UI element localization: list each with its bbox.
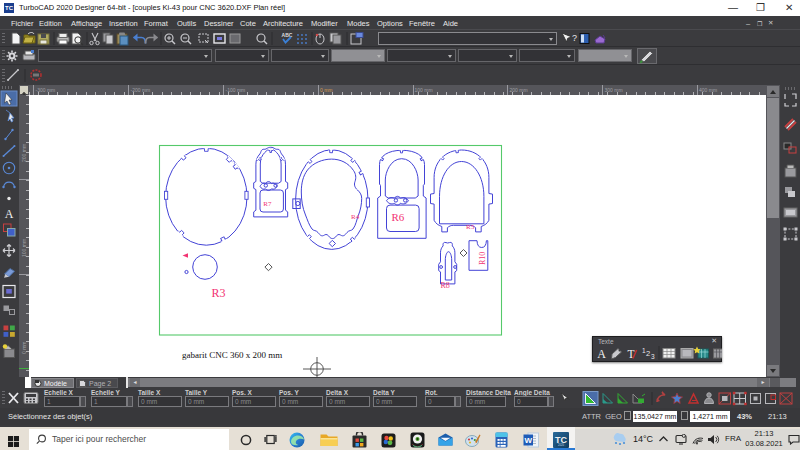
- svg-text:R4: R4: [351, 213, 360, 221]
- svg-text:2: 2: [646, 349, 650, 358]
- svg-text:A: A: [597, 347, 606, 361]
- svg-text:R5: R5: [466, 222, 475, 230]
- svg-text:R8: R8: [440, 280, 449, 289]
- svg-text:R10: R10: [477, 251, 486, 264]
- svg-text:TC: TC: [555, 434, 567, 444]
- svg-text:R3: R3: [211, 285, 225, 299]
- svg-text:2020: 2020: [558, 443, 564, 447]
- svg-text:?: ?: [572, 33, 577, 43]
- svg-text:A: A: [5, 207, 14, 221]
- svg-text:R7: R7: [263, 200, 272, 208]
- svg-text:R6: R6: [391, 210, 404, 222]
- svg-text:W: W: [524, 436, 532, 445]
- svg-text:3: 3: [651, 353, 655, 360]
- svg-text:gabarit CNC 360 x 200 mm: gabarit CNC 360 x 200 mm: [182, 349, 282, 359]
- svg-text:ABC: ABC: [282, 32, 293, 38]
